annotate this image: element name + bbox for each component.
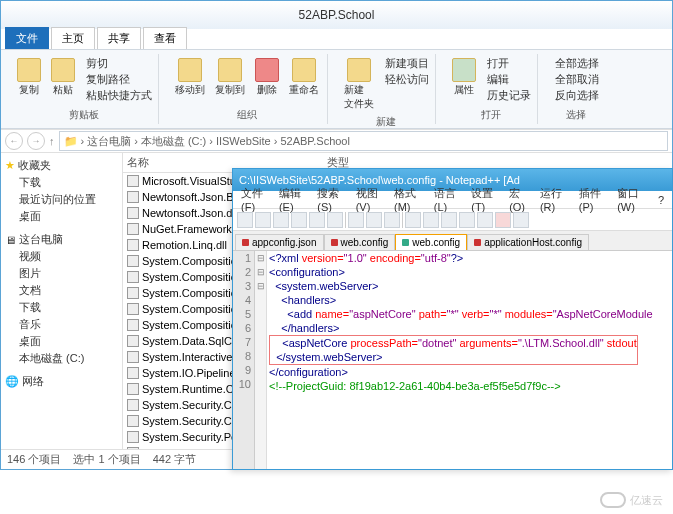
file-icon [127, 351, 139, 363]
tab-status-icon [474, 239, 481, 246]
menu-item[interactable]: 格式(M) [390, 185, 428, 214]
menu-item[interactable]: 宏(O) [505, 185, 534, 214]
status-bar: 146 个项目 选中 1 个项目 442 字节 [1, 449, 233, 469]
sidebar-desktop[interactable]: 桌面 [3, 208, 120, 225]
save-all-icon[interactable] [291, 212, 307, 228]
tab-file[interactable]: 文件 [5, 27, 49, 49]
sidebar-music[interactable]: 音乐 [3, 316, 120, 333]
history-button[interactable]: 历史记录 [484, 88, 531, 103]
breadcrumb-bar: ← → ↑ 📁 ›这台电脑 ›本地磁盘 (C:) ›IISWebSite ›52… [1, 129, 672, 153]
menu-item[interactable]: 插件(P) [575, 185, 611, 214]
new-folder-button[interactable]: 新建 文件夹 [342, 56, 376, 113]
file-icon [127, 191, 139, 203]
network-icon: 🌐 [5, 375, 19, 388]
editor[interactable]: 12345678910 ⊟⊟⊟ <?xml version="1.0" enco… [233, 251, 672, 469]
print-icon[interactable] [327, 212, 343, 228]
cut-button[interactable]: 剪切 [83, 56, 152, 71]
close-icon[interactable] [309, 212, 325, 228]
breadcrumb-path[interactable]: 📁 ›这台电脑 ›本地磁盘 (C:) ›IISWebSite ›52ABP.Sc… [59, 131, 669, 151]
ribbon-group-organize: 移动到 复制到 删除 重命名 组织 [167, 54, 328, 124]
wrap-icon[interactable] [477, 212, 493, 228]
delete-button[interactable]: 删除 [253, 56, 281, 99]
file-icon [127, 223, 139, 235]
sidebar-pictures[interactable]: 图片 [3, 265, 120, 282]
sidebar-downloads[interactable]: 下载 [3, 174, 120, 191]
paste-icon[interactable] [384, 212, 400, 228]
file-icon [127, 335, 139, 347]
paste-button[interactable]: 粘贴 [49, 56, 77, 99]
file-icon [127, 399, 139, 411]
undo-icon[interactable] [405, 212, 421, 228]
file-icon [127, 239, 139, 251]
copy-button[interactable]: 复制 [15, 56, 43, 99]
new-item-button[interactable]: 新建项目 [382, 56, 429, 71]
menu-item[interactable]: 搜索(S) [313, 185, 349, 214]
record-icon[interactable] [495, 212, 511, 228]
open-button[interactable]: 打开 [484, 56, 531, 71]
sidebar-downloads2[interactable]: 下载 [3, 299, 120, 316]
nav-up-button[interactable]: ↑ [49, 135, 55, 147]
edit-button[interactable]: 编辑 [484, 72, 531, 87]
easy-access-button[interactable]: 轻松访问 [382, 72, 429, 87]
sidebar: ★收藏夹 下载 最近访问的位置 桌面 🖥这台电脑 视频 图片 文档 下载 音乐 … [1, 153, 123, 449]
new-file-icon[interactable] [237, 212, 253, 228]
menu-item[interactable]: 文件(F) [237, 185, 273, 214]
tab-home[interactable]: 主页 [51, 27, 95, 49]
sidebar-recent[interactable]: 最近访问的位置 [3, 191, 120, 208]
find-icon[interactable] [441, 212, 457, 228]
menu-item[interactable]: ? [654, 193, 668, 207]
properties-button[interactable]: 属性 [450, 56, 478, 99]
redo-icon[interactable] [423, 212, 439, 228]
star-icon: ★ [5, 159, 15, 172]
select-none-button[interactable]: 全部取消 [552, 72, 599, 87]
editor-tab[interactable]: appconfig.json [235, 234, 324, 250]
sidebar-thispc[interactable]: 🖥这台电脑 [3, 231, 120, 248]
move-button[interactable]: 移动到 [173, 56, 207, 99]
editor-tab[interactable]: web.config [324, 234, 396, 250]
sidebar-favorites[interactable]: ★收藏夹 [3, 157, 120, 174]
rename-button[interactable]: 重命名 [287, 56, 321, 99]
menu-item[interactable]: 语言(L) [430, 185, 465, 214]
file-icon [127, 271, 139, 283]
menu-item[interactable]: 视图(V) [352, 185, 388, 214]
copy-to-button[interactable]: 复制到 [213, 56, 247, 99]
tab-view[interactable]: 查看 [143, 27, 187, 49]
copy-icon[interactable] [366, 212, 382, 228]
sidebar-documents[interactable]: 文档 [3, 282, 120, 299]
pc-icon: 🖥 [5, 234, 16, 246]
file-icon [127, 255, 139, 267]
save-icon[interactable] [273, 212, 289, 228]
select-all-button[interactable]: 全部选择 [552, 56, 599, 71]
folder-icon: 📁 [64, 135, 78, 148]
tab-status-icon [242, 239, 249, 246]
tab-share[interactable]: 共享 [97, 27, 141, 49]
menu-item[interactable]: 编辑(E) [275, 185, 311, 214]
file-icon [127, 303, 139, 315]
copy-path-button[interactable]: 复制路径 [83, 72, 152, 87]
zoom-icon[interactable] [459, 212, 475, 228]
menu-item[interactable]: 窗口(W) [613, 185, 652, 214]
code-area[interactable]: <?xml version="1.0" encoding="utf-8"?> <… [267, 251, 672, 469]
sidebar-network[interactable]: 🌐网络 [3, 373, 120, 390]
menu-item[interactable]: 设置(T) [467, 185, 503, 214]
ribbon: 复制 粘贴 剪切 复制路径 粘贴快捷方式 剪贴板 移动到 复制到 删除 重命名 … [1, 49, 672, 129]
menu-item[interactable]: 运行(R) [536, 185, 573, 214]
open-file-icon[interactable] [255, 212, 271, 228]
invert-selection-button[interactable]: 反向选择 [552, 88, 599, 103]
selected-size: 442 字节 [153, 452, 196, 467]
file-icon [127, 367, 139, 379]
ribbon-group-clipboard: 复制 粘贴 剪切 复制路径 粘贴快捷方式 剪贴板 [9, 54, 159, 124]
nav-forward-button[interactable]: → [27, 132, 45, 150]
editor-tab[interactable]: web.config [395, 234, 467, 250]
line-gutter: 12345678910 [233, 251, 255, 469]
play-icon[interactable] [513, 212, 529, 228]
nav-back-button[interactable]: ← [5, 132, 23, 150]
tab-status-icon [331, 239, 338, 246]
sidebar-videos[interactable]: 视频 [3, 248, 120, 265]
editor-tab[interactable]: applicationHost.config [467, 234, 589, 250]
item-count: 146 个项目 [7, 452, 61, 467]
sidebar-diskc[interactable]: 本地磁盘 (C:) [3, 350, 120, 367]
cut-icon[interactable] [348, 212, 364, 228]
sidebar-desktop2[interactable]: 桌面 [3, 333, 120, 350]
paste-shortcut-button[interactable]: 粘贴快捷方式 [83, 88, 152, 103]
